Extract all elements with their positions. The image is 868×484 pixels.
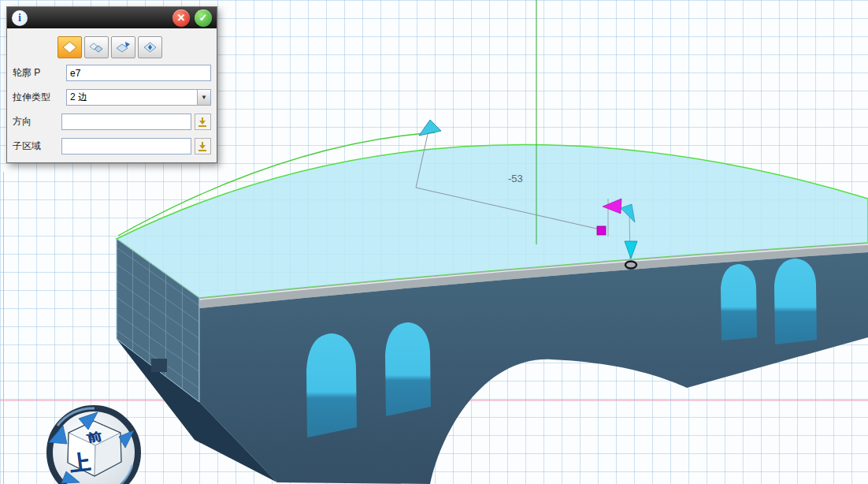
direction-label: 方向 [13,115,61,128]
profile-field-row: 轮廓 P [7,65,217,81]
info-icon: i [12,10,28,26]
arch-opening-3[interactable] [721,264,757,341]
cad-viewport[interactable]: -53 前 上 [0,0,868,484]
dropdown-arrow-icon[interactable]: ▼ [197,90,210,105]
view-cube[interactable]: 前 上 [49,408,138,484]
extrude-type-label: 拉伸类型 [13,91,66,104]
check-icon: ✓ [199,12,208,24]
direction-row: 方向 [7,114,217,130]
cancel-button[interactable]: ✕ [172,9,190,27]
view-cube-front-label[interactable]: 上 [69,450,91,476]
boolean-toolbar [7,28,217,65]
boolean-base-button[interactable] [57,36,82,58]
extrude-dialog: i ✕ ✓ [6,6,217,163]
move-handle-cube-icon[interactable] [597,226,606,235]
boolean-add-button[interactable] [84,36,109,58]
arch-opening-2[interactable] [385,322,431,416]
direction-picker-button[interactable] [195,114,211,130]
pick-target-icon [197,117,208,128]
profile-input[interactable] [66,65,211,81]
boolean-intersect-icon [143,41,158,54]
dialog-titlebar[interactable]: i ✕ ✓ [7,7,217,28]
pick-target-icon [197,141,208,152]
floating-fragment[interactable] [151,359,167,372]
bridge-model[interactable] [117,132,868,484]
arch-opening-1[interactable] [306,333,357,437]
x-icon: ✕ [177,12,186,24]
profile-label: 轮廓 P [13,66,66,80]
subregion-picker-button[interactable] [195,138,211,155]
extrude-type-select[interactable]: 2 边 ▼ [66,89,211,106]
boolean-remove-icon [116,41,131,54]
direction-input[interactable] [61,114,191,130]
boolean-intersect-button[interactable] [138,36,162,58]
confirm-button[interactable]: ✓ [195,9,212,27]
subregion-label: 子区域 [13,140,61,153]
boolean-add-icon [89,41,104,54]
boolean-remove-button[interactable] [111,36,135,58]
arch-opening-4[interactable] [774,259,817,344]
direction-cone-icon[interactable] [419,120,441,136]
subregion-input[interactable] [61,138,191,155]
extrude-type-value: 2 边 [67,91,197,104]
dimension-label[interactable]: -53 [508,173,523,184]
boolean-base-icon [62,41,77,54]
subregion-row: 子区域 [7,138,217,155]
extrude-type-row: 拉伸类型 2 边 ▼ [7,89,217,106]
